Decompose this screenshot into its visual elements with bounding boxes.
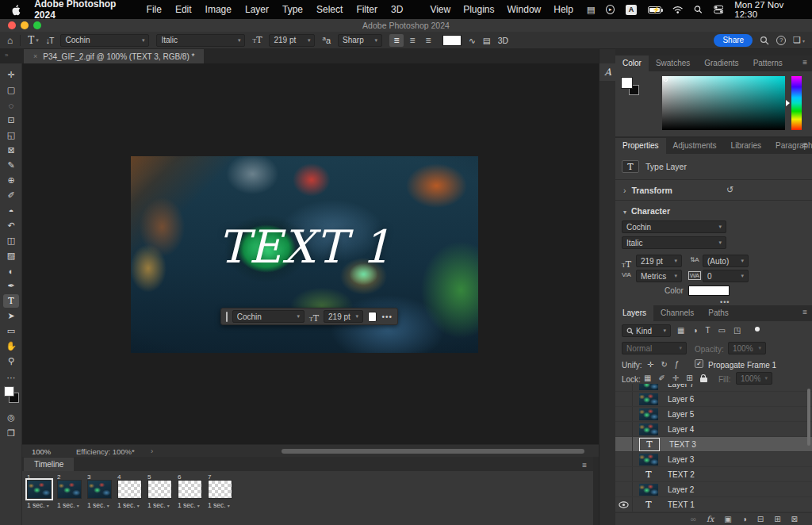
character-section-header[interactable]: Character [623,206,670,216]
tab-color[interactable]: Color [615,56,649,71]
layer-thumbnail[interactable]: T [639,499,658,511]
layer-row[interactable]: Layer 3 [615,452,812,467]
menu-item-select[interactable]: Select [316,4,343,15]
lock-paint-icon[interactable]: ✐ [658,374,665,382]
layer-row[interactable]: Layer 2 [615,482,812,497]
menu-item-help[interactable]: Help [553,4,573,15]
layer-visibility-toggle[interactable] [615,482,633,496]
foreground-color-chip[interactable] [621,77,633,89]
animation-frame[interactable]: 41 sec. [117,473,142,509]
layer-visibility-toggle[interactable] [615,422,633,436]
menu-item-3d[interactable]: 3D [391,4,403,15]
tracking-select[interactable]: 0 [703,270,749,282]
control-center-icon[interactable] [714,5,723,14]
hue-slider[interactable] [791,76,802,130]
tab-channels[interactable]: Channels [653,305,701,321]
type-tool-preset-icon[interactable]: T [28,35,39,46]
properties-font-family-select[interactable]: Cochin [622,220,726,233]
fill-select[interactable]: 100% [736,372,772,385]
layer-filter-kind-select[interactable]: Kind [622,324,671,337]
frame-thumbnail[interactable] [57,480,82,499]
tab-gradients[interactable]: Gradients [697,56,745,71]
frame-duration-select[interactable]: 1 sec. [208,501,232,509]
toolbar-more-icon[interactable]: ⋯ [3,371,19,385]
filter-type-layers-icon[interactable]: T [706,326,710,335]
pen-tool[interactable]: ✒ [3,279,19,293]
filter-pixel-layers-icon[interactable]: ▦ [677,326,684,335]
layer-visibility-eye-icon[interactable] [615,497,633,512]
frame-thumbnail[interactable] [147,480,172,499]
layer-row[interactable]: Layer 4 [615,422,812,437]
opacity-select[interactable]: 100% [728,342,766,354]
menu-item-edit[interactable]: Edit [175,4,192,15]
input-source-icon[interactable]: A [626,5,636,15]
frame-duration-select[interactable]: 1 sec. [178,501,202,509]
menu-item-view[interactable]: View [430,4,450,15]
frame-duration-select[interactable]: 1 sec. [87,501,112,509]
menu-item-image[interactable]: Image [205,4,232,15]
quick-mask-icon[interactable]: ◎ [3,411,19,424]
zoom-level[interactable]: 100% [32,447,51,456]
layers-scrollbar[interactable] [807,389,810,446]
timeline-tab[interactable]: Timeline [24,458,74,471]
menu-item-type[interactable]: Type [282,4,303,15]
workspace-switcher-icon[interactable] [793,35,805,45]
text-orientation-icon[interactable] [46,36,54,45]
blend-mode-select[interactable]: Normal [622,342,687,354]
layer-visibility-toggle[interactable] [615,437,633,451]
adjustment-layer-icon[interactable]: ◑ [742,515,747,523]
search-icon[interactable] [760,36,769,45]
layer-thumbnail[interactable] [639,408,658,420]
layer-row[interactable]: Layer 7 [615,384,812,392]
toggle-panels-icon[interactable]: ▤ [483,36,491,45]
warp-text-icon[interactable]: ∿ [469,36,476,45]
wifi-icon[interactable] [672,6,683,14]
tab-swatches[interactable]: Swatches [649,56,697,71]
layer-thumbnail[interactable] [639,384,658,390]
taskbar-font-family-select[interactable]: Cochin [232,310,304,323]
frame-duration-select[interactable]: 1 sec. [27,501,52,509]
lock-artboard-icon[interactable]: ⊞ [686,374,692,382]
filter-toggle-icon[interactable] [755,327,760,331]
transform-reset-icon[interactable]: ↺ [726,185,733,195]
layer-row[interactable]: Layer 6 [615,392,812,407]
shape-tool[interactable]: ▭ [3,324,19,338]
delete-layer-icon[interactable]: ⊠ [791,515,798,523]
link-layers-icon[interactable]: ∞ [691,515,696,523]
tab-properties[interactable]: Properties [615,138,666,154]
align-center-button[interactable] [405,34,419,47]
new-layer-icon[interactable]: ⊞ [774,515,780,523]
color-field[interactable] [662,76,785,130]
clone-stamp-tool[interactable]: ◓ [3,204,19,217]
frame-duration-select[interactable]: 1 sec. [57,501,82,509]
toolbar-collapse-icon[interactable]: » [5,52,8,59]
hand-tool[interactable]: ✋ [3,339,19,353]
tab-patterns[interactable]: Patterns [746,56,790,71]
menu-item-window[interactable]: Window [508,4,542,15]
type-color-swatch[interactable] [688,285,730,296]
horizontal-scrollbar[interactable] [282,449,584,454]
font-size-select[interactable]: 219 pt [269,34,315,47]
type-tool[interactable]: T [3,294,19,308]
gradient-tool[interactable]: ▨ [3,249,19,262]
layer-visibility-toggle[interactable] [615,467,633,481]
frame-thumbnail[interactable] [178,480,202,499]
menu-item-file[interactable]: File [147,4,162,15]
status-options-chevron[interactable]: › [151,446,153,455]
layer-row[interactable]: TTEXT 3 [615,437,812,452]
zoom-tool[interactable]: ⚲ [3,354,19,368]
screen-mode-icon[interactable]: ❐ [3,427,19,440]
lock-all-icon[interactable] [700,374,707,382]
path-selection-tool[interactable]: ➤ [3,309,19,323]
filter-smart-objects-icon[interactable]: ◳ [733,326,741,335]
propagate-frame-checkbox[interactable]: ✓ [695,359,703,368]
layer-visibility-toggle[interactable] [615,392,633,406]
layer-mask-icon[interactable]: ▣ [724,515,731,523]
transform-section-header[interactable]: Transform [623,186,672,195]
text-color-swatch[interactable] [442,35,462,46]
screen-record-icon[interactable]: ▸ [606,5,615,14]
menu-item-layer[interactable]: Layer [245,4,269,15]
filter-shape-layers-icon[interactable]: ▭ [718,326,726,335]
frame-thumbnail[interactable] [87,480,112,499]
foreground-color-swatch[interactable] [4,386,14,397]
